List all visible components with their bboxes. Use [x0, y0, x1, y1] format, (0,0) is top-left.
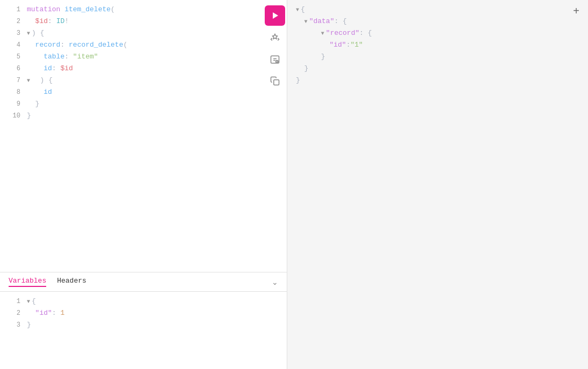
- left-panel: 1 mutation item_delete( 2 $id: ID! 3 ▼) …: [0, 0, 287, 369]
- tab-headers[interactable]: Headers: [57, 277, 86, 287]
- editor-line-5: 5 table: "item": [0, 53, 287, 64]
- toolbar: [263, 0, 287, 90]
- editor-line-1: 1 mutation item_delete(: [0, 5, 287, 17]
- editor-line-7: 7 ▼ ) {: [0, 76, 287, 88]
- response-line-2: ▼ "data": {: [287, 17, 588, 29]
- editor-area[interactable]: 1 mutation item_delete( 2 $id: ID! 3 ▼) …: [0, 0, 287, 272]
- var-line-3: 3 }: [0, 321, 287, 333]
- editor-line-6: 6 id: $id: [0, 64, 287, 76]
- response-line-5: }: [287, 53, 588, 64]
- prettify-button[interactable]: [266, 29, 284, 47]
- variables-header: Variables Headers ⌄: [0, 272, 287, 292]
- var-line-1: 1 ▼{: [0, 297, 287, 309]
- add-tab-button[interactable]: +: [573, 5, 579, 16]
- tab-variables[interactable]: Variables: [9, 277, 46, 287]
- main-container: 1 mutation item_delete( 2 $id: ID! 3 ▼) …: [0, 0, 588, 369]
- editor-line-2: 2 $id: ID!: [0, 17, 287, 29]
- history-button[interactable]: [266, 50, 284, 69]
- editor-line-3: 3 ▼) {: [0, 29, 287, 41]
- editor-line-9: 9 }: [0, 100, 287, 112]
- var-line-2: 2 "id": 1: [0, 309, 287, 321]
- response-line-6: }: [287, 64, 588, 76]
- run-button[interactable]: [265, 5, 285, 26]
- response-line-4: "id": "1": [287, 41, 588, 53]
- response-line-7: }: [287, 76, 588, 88]
- svg-rect-3: [274, 80, 279, 85]
- editor-line-10: 10 }: [0, 112, 287, 123]
- copy-button[interactable]: [266, 72, 284, 90]
- response-line-3: ▼ "record": {: [287, 29, 588, 41]
- right-panel: + ▼ { ▼ "data": { ▼ "record": { "id": "1…: [287, 0, 588, 369]
- response-line-1: ▼ {: [287, 5, 588, 17]
- variables-content[interactable]: 1 ▼{ 2 "id": 1 3 }: [0, 292, 287, 338]
- editor-line-4: 4 record: record_delete(: [0, 41, 287, 53]
- collapse-variables-button[interactable]: ⌄: [272, 278, 278, 286]
- variables-panel: Variables Headers ⌄ 1 ▼{ 2 "id": 1 3: [0, 272, 287, 369]
- editor-line-8: 8 id: [0, 88, 287, 100]
- svg-marker-0: [273, 12, 278, 19]
